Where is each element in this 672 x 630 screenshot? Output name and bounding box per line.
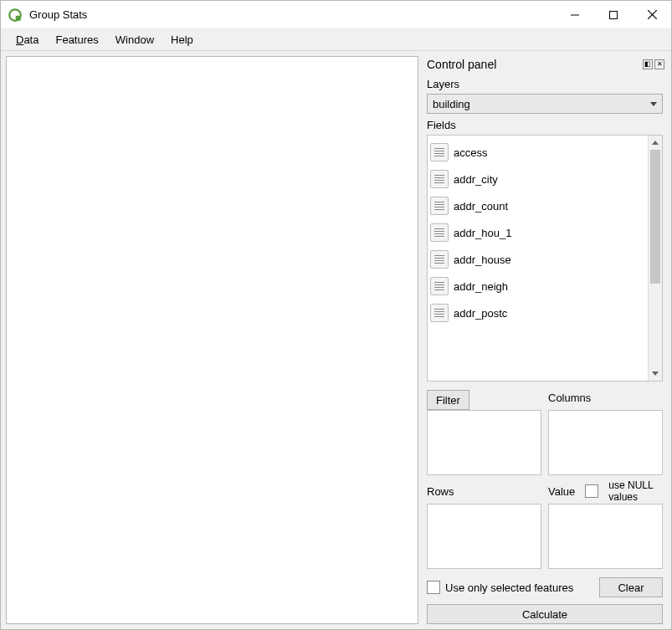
panel-header: Control panel ◧ ✕	[423, 56, 666, 73]
field-icon	[430, 197, 449, 215]
use-selected-checkbox[interactable]	[427, 581, 440, 594]
rows-dropbox[interactable]	[427, 504, 541, 569]
svg-rect-1	[16, 15, 21, 20]
field-label: addr_city	[454, 173, 498, 186]
field-label: addr_hou_1	[454, 227, 511, 239]
app-window: Group Stats Data Features Window Help Co…	[0, 0, 672, 630]
control-panel: Control panel ◧ ✕ Layers building Fields…	[423, 56, 666, 624]
menu-data[interactable]: Data	[8, 31, 47, 49]
layers-combo[interactable]: building	[427, 94, 663, 114]
filter-button[interactable]: Filter	[427, 390, 469, 410]
fields-label: Fields	[427, 119, 663, 131]
title-bar: Group Stats	[1, 1, 671, 29]
menu-window[interactable]: Window	[107, 31, 162, 49]
layers-label: Layers	[427, 78, 663, 90]
field-label: addr_postc	[454, 307, 507, 320]
fields-scrollbar[interactable]	[648, 136, 662, 381]
field-icon	[430, 250, 449, 269]
chevron-down-icon	[650, 102, 657, 106]
columns-cell: Columns	[548, 390, 663, 475]
scroll-thumb[interactable]	[650, 150, 660, 284]
results-area	[6, 56, 418, 624]
window-title: Group Stats	[29, 8, 556, 21]
rows-label: Rows	[427, 484, 541, 499]
field-item[interactable]: addr_hou_1	[428, 219, 648, 246]
field-icon	[430, 143, 449, 161]
field-icon	[430, 277, 449, 295]
calculate-button[interactable]: Calculate	[427, 604, 663, 624]
field-icon	[430, 170, 449, 188]
window-body: Control panel ◧ ✕ Layers building Fields…	[1, 51, 671, 629]
field-item[interactable]: addr_city	[428, 166, 648, 192]
fields-list-container: accessaddr_cityaddr_countaddr_hou_1addr_…	[427, 135, 663, 382]
minimize-button[interactable]	[556, 1, 594, 28]
fields-list[interactable]: accessaddr_cityaddr_countaddr_hou_1addr_…	[428, 136, 648, 381]
rows-value-row: Rows Value use NULL values	[427, 484, 663, 569]
bottom-controls: Use only selected features Clear	[427, 577, 663, 597]
field-item[interactable]: addr_count	[428, 192, 648, 219]
field-label: addr_neigh	[454, 280, 508, 293]
qgis-icon	[8, 8, 23, 23]
field-item[interactable]: addr_postc	[428, 300, 648, 326]
filter-cell: Filter	[427, 390, 541, 475]
field-label: addr_house	[454, 254, 511, 266]
value-dropbox[interactable]	[548, 504, 663, 569]
field-icon	[430, 223, 449, 242]
columns-label: Columns	[548, 390, 663, 405]
dock-button[interactable]: ◧	[643, 59, 653, 69]
panel-close-button[interactable]: ✕	[654, 59, 664, 69]
value-cell: Value use NULL values	[548, 484, 663, 569]
close-button[interactable]	[633, 1, 671, 28]
use-selected-label: Use only selected features	[445, 581, 573, 594]
maximize-button[interactable]	[594, 1, 633, 28]
scroll-down-button[interactable]	[649, 366, 662, 381]
value-label: Value	[548, 485, 575, 498]
filter-columns-row: Filter Columns	[427, 390, 663, 475]
use-null-checkbox[interactable]	[585, 484, 598, 498]
panel-title: Control panel	[427, 58, 496, 71]
field-item[interactable]: access	[428, 139, 648, 166]
window-controls	[556, 1, 671, 28]
menu-bar: Data Features Window Help	[1, 29, 671, 51]
menu-features[interactable]: Features	[47, 31, 106, 49]
layers-combo-value: building	[433, 98, 470, 110]
filter-dropbox[interactable]	[427, 410, 541, 475]
field-label: access	[454, 146, 487, 159]
columns-dropbox[interactable]	[548, 410, 663, 475]
menu-help[interactable]: Help	[162, 31, 202, 49]
field-item[interactable]: addr_house	[428, 246, 648, 273]
field-item[interactable]: addr_neigh	[428, 273, 648, 300]
use-null-label: use NULL values	[608, 479, 663, 503]
scroll-up-button[interactable]	[649, 136, 662, 150]
panel-body: Layers building Fields accessaddr_cityad…	[423, 73, 666, 624]
field-label: addr_count	[454, 200, 508, 213]
clear-button[interactable]: Clear	[599, 577, 663, 597]
svg-rect-3	[610, 11, 618, 18]
field-icon	[430, 304, 449, 322]
rows-cell: Rows	[427, 484, 541, 569]
